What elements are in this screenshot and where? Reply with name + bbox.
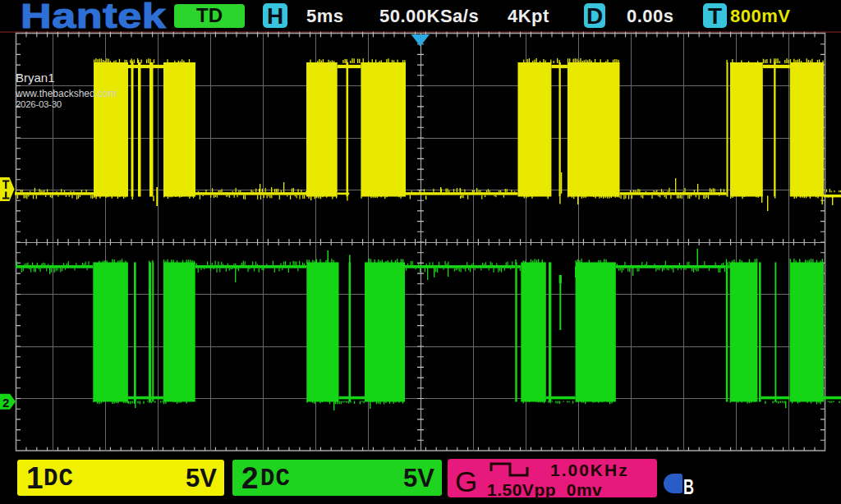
- svg-text:B: B: [683, 475, 694, 497]
- svg-text:2: 2: [2, 396, 9, 410]
